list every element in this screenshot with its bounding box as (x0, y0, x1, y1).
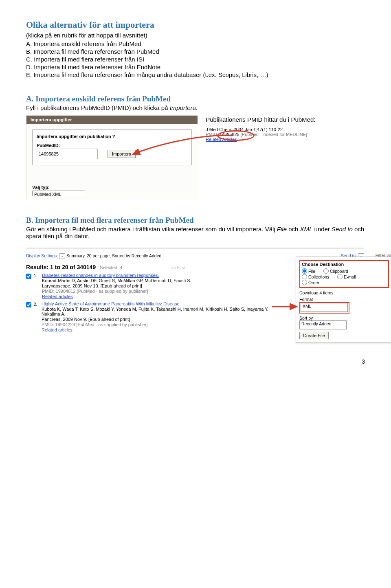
section-b-italic-xml: XML (300, 226, 313, 233)
dest-file-radio[interactable] (302, 268, 307, 274)
citation-line1: J Med Chem. 2004 Jan 1;47(1):110-22. (206, 127, 365, 132)
section-a-body-post: . (196, 104, 198, 111)
section-b-title: B. Importera fil med flera referenser fr… (26, 216, 365, 225)
dest-file-label: File (308, 269, 315, 274)
import-button[interactable]: Importera (108, 150, 136, 158)
display-value: Summary, 20 per page, Sorted by Recently… (66, 253, 161, 258)
option-a: A. Importera enskild referens från PubMe… (26, 40, 365, 47)
dest-collections-radio[interactable] (302, 274, 307, 279)
options-list: A. Importera enskild referens från PubMe… (26, 40, 365, 78)
import-question: Importera uppgifter om publikation ? (37, 134, 187, 139)
result-meta: Laryngoscope. 2009 Nov 10. [Epub ahead o… (42, 283, 191, 288)
result-title[interactable]: Highly Active State of Autoimmune Pancre… (42, 301, 275, 306)
page-number: 3 (0, 358, 391, 365)
pubmedid-input[interactable] (37, 149, 98, 159)
result-related[interactable]: Related articles (42, 327, 275, 332)
sort-select[interactable]: Recently Added (299, 320, 347, 329)
display-settings[interactable]: Display Settings: ⌄ Summary, 20 per page… (26, 253, 161, 259)
section-b-italic-file: File (277, 226, 287, 233)
results-count: Results: 1 to 20 of 340149 (26, 264, 96, 270)
first-page[interactable]: << First (171, 265, 185, 270)
side-title: Publikationens PMID hittar du i PubMed: (206, 116, 365, 123)
result-number: 2. (34, 302, 39, 307)
selected-count: Selected: 4 (100, 265, 122, 270)
import-panel-header: Importera uppgifter (26, 116, 198, 124)
choose-title: Choose Destination (302, 262, 387, 267)
result-item: 1. Diabetes-related changes in auditory … (26, 273, 275, 299)
pubmedid-label: PubMedID: (37, 143, 187, 148)
dest-email-radio[interactable] (337, 274, 343, 279)
valj-typ-select[interactable]: PubMed XML (32, 191, 85, 196)
results-line: Results: 1 to 20 of 340149 Selected: 4 (26, 264, 122, 270)
format-label: Format (299, 297, 389, 302)
red-arrow-icon (271, 303, 300, 310)
result-authors: Kubota K, Wada T, Kato S, Mozaki Y, Yone… (42, 307, 275, 316)
dest-clipboard-radio[interactable] (323, 268, 329, 274)
main-title: Olika alternativ för att importera (26, 20, 365, 30)
chevron-down-icon[interactable]: ⌄ (59, 253, 65, 259)
result-checkbox[interactable] (26, 302, 31, 307)
section-b-mid2: under (312, 226, 332, 233)
section-b-italwhat-sendto: Send to (332, 226, 353, 233)
result-number: 1. (34, 274, 40, 278)
import-innerbox: Importera uppgifter om publikation ? Pub… (32, 129, 192, 165)
citation-pmid-label: PMID: (206, 132, 220, 137)
result-related[interactable]: Related articles (42, 294, 191, 299)
import-panel: Importera uppgifter Importera uppgifter … (26, 115, 198, 200)
section-a-title: A. Importera enskild referens från PubMe… (26, 94, 365, 103)
display-label: Display Settings: (26, 253, 58, 258)
option-d: D. Importera fil med flera referenser fr… (26, 64, 365, 70)
citation-bracket: [PubMed - indexed for MEDLINE] (239, 132, 307, 137)
option-c: C. Importera fil med flera referenser fr… (26, 56, 365, 63)
sort-label: Sort by (299, 316, 389, 320)
choose-destination-popup: Choose Destination File Clipboard Collec… (296, 257, 391, 343)
dest-order-radio[interactable] (302, 280, 307, 285)
section-a-body-italic: Importera (170, 104, 196, 111)
dest-collections-label: Collections (308, 274, 329, 279)
red-highlight-box: Choose Destination File Clipboard Collec… (299, 260, 389, 288)
dest-clipboard-label: Clipboard (330, 269, 348, 274)
citation-related[interactable]: Related Articles (206, 137, 365, 142)
section-a-body: Fyll i publikationens PubMedID (PMID) oc… (26, 104, 365, 111)
citation-pmid: 14695825 (220, 132, 239, 137)
side-panel-a: Publikationens PMID hittar du i PubMed: … (206, 115, 365, 142)
result-pmid: PMID: 19904812 [PubMed - as supplied by … (42, 289, 191, 294)
format-select[interactable]: XML (301, 303, 348, 312)
subtitle: (klicka på en rubrik för att hoppa till … (26, 32, 365, 39)
option-e: E. Importera fil med flera referenser fr… (26, 71, 365, 78)
result-meta: Pancreas. 2009 Nov 9. [Epub ahead of pri… (42, 317, 275, 322)
result-checkbox[interactable] (26, 274, 31, 279)
citation: J Med Chem. 2004 Jan 1;47(1):110-22. PMI… (206, 127, 365, 142)
pubmed-list-shot: Display Settings: ⌄ Summary, 20 per page… (26, 248, 364, 332)
top-divider (26, 248, 364, 249)
result-item: 2. Highly Active State of Autoimmune Pan… (26, 301, 275, 332)
result-authors: Konrad-Martin D, Austin DF, Griest S, Mc… (42, 278, 191, 283)
valj-typ-label: Välj typ: (32, 185, 198, 190)
dest-order-label: Order (308, 280, 319, 285)
screenshot-row-a: Importera uppgifter Importera uppgifter … (26, 115, 365, 200)
result-title[interactable]: Diabetes-related changes in auditory bra… (42, 273, 191, 278)
section-b-body-pre: Gör en sökning i PubMed och markera i tr… (26, 226, 277, 233)
section-a-body-pre: Fyll i publikationens PubMedID (PMID) oc… (26, 104, 170, 111)
result-pmid: PMID: 19904224 [PubMed - as supplied by … (42, 322, 275, 327)
option-b: B. Importera fil med flera referenser fr… (26, 48, 365, 55)
section-b-body: Gör en sökning i PubMed och markera i tr… (26, 226, 365, 239)
download-count: Download 4 items. (299, 290, 389, 295)
section-b-mid: och (287, 226, 300, 233)
dest-email-label: E-mail (344, 274, 356, 279)
create-file-button[interactable]: Create File (299, 332, 329, 339)
